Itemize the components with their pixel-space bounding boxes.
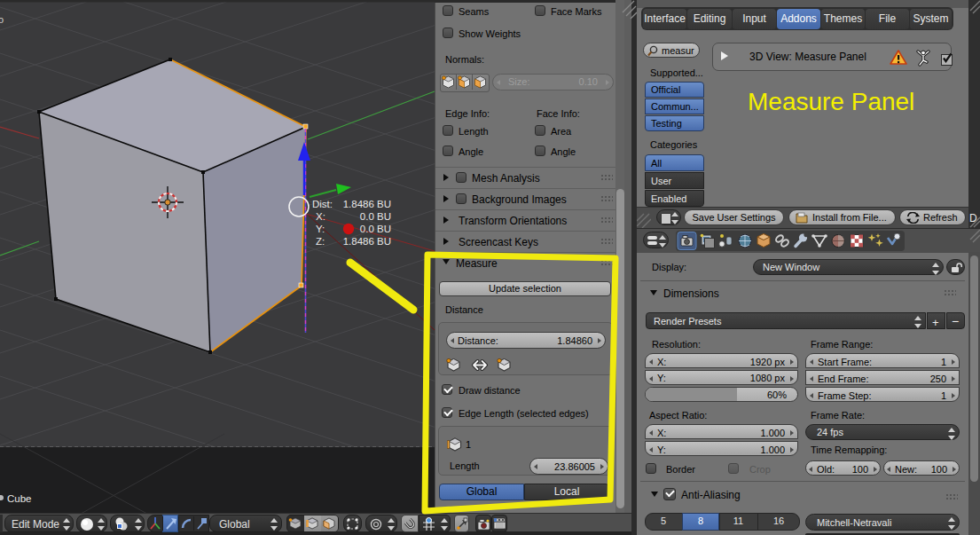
svg-text:1.8486 BU: 1.8486 BU <box>343 236 391 247</box>
svg-text:Y:: Y: <box>316 224 325 234</box>
svg-text:0.0 BU: 0.0 BU <box>360 224 391 234</box>
svg-text:o: o <box>0 14 4 25</box>
svg-text:Z:: Z: <box>316 236 325 247</box>
svg-text:Cube: Cube <box>7 493 32 504</box>
svg-text:Dist:: Dist: <box>312 199 333 209</box>
svg-text:1.8486 BU: 1.8486 BU <box>343 199 391 209</box>
svg-text:X:: X: <box>316 211 325 222</box>
svg-text:0.0 BU: 0.0 BU <box>360 211 391 222</box>
